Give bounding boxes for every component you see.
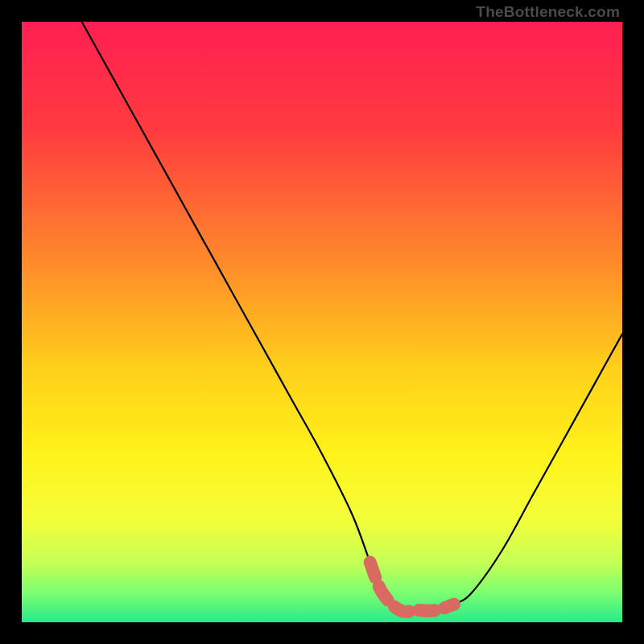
curve-layer <box>22 22 622 622</box>
watermark-text: TheBottleneck.com <box>476 3 620 21</box>
bottleneck-curve <box>82 22 622 612</box>
optimal-region-highlight <box>370 562 454 611</box>
plot-area <box>22 22 622 622</box>
chart-stage: TheBottleneck.com <box>0 0 644 644</box>
